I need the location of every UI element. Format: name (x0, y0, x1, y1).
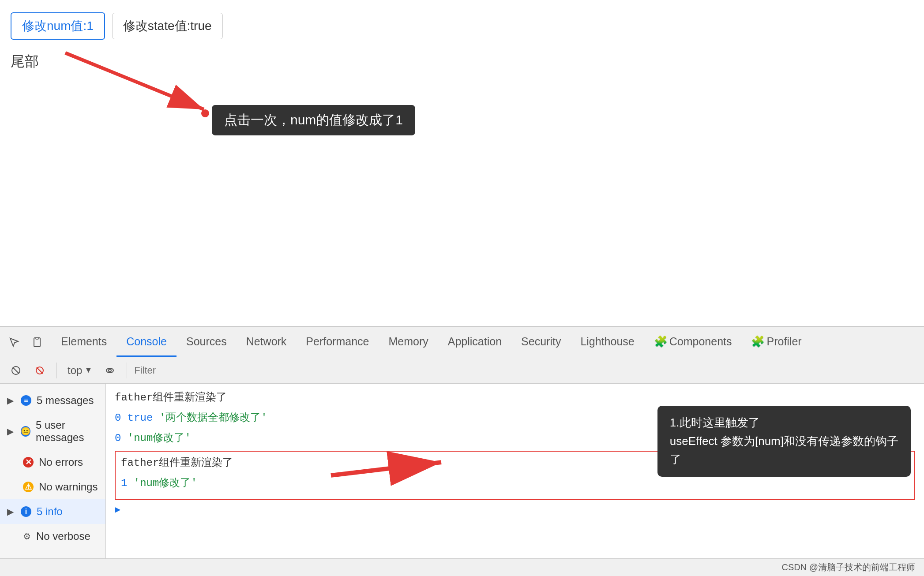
sidebar-warnings[interactable]: ⚠ No warnings (0, 475, 105, 499)
tail-text: 尾部 (0, 52, 924, 80)
tab-network[interactable]: Network (237, 327, 297, 357)
expand-info-icon: ▶ (7, 506, 14, 517)
browser-tooltip: 点击一次，num的值修改成了1 (212, 105, 415, 135)
btn-num[interactable]: 修改num值:1 (11, 12, 105, 40)
eye-icon[interactable] (100, 361, 120, 380)
sidebar-user-messages[interactable]: ▶ 😐 5 user messages (0, 413, 105, 450)
tab-console[interactable]: Console (116, 327, 177, 357)
devtools-main: ▶ ≡ 5 messages ▶ 😐 5 user messages ✕ No … (0, 384, 924, 558)
tab-security[interactable]: Security (511, 327, 571, 357)
devtools-tabs-row: Elements Console Sources Network Perform… (0, 327, 924, 357)
toolbar-divider-2 (127, 363, 127, 378)
expand-messages-icon: ▶ (7, 395, 14, 406)
credit-text: CSDN @清脑子技术的前端工程师 (781, 561, 915, 573)
verbose-icon: ⚙ (23, 531, 31, 542)
expand-user-messages-icon: ▶ (7, 426, 14, 437)
browser-content: 修改num值:1 修改state值:true 尾部 点击一次，num的值修改成了… (0, 0, 924, 326)
info-icon: i (21, 506, 31, 517)
svg-line-7 (37, 367, 43, 374)
svg-line-5 (13, 367, 19, 374)
sidebar-messages[interactable]: ▶ ≡ 5 messages (0, 388, 105, 413)
sidebar-errors[interactable]: ✕ No errors (0, 450, 105, 475)
tab-components[interactable]: 🧩Components (644, 327, 742, 357)
no-recording-icon[interactable] (30, 361, 49, 380)
tooltip-dot (201, 109, 209, 117)
svg-point-9 (109, 369, 111, 372)
filter-input[interactable] (134, 365, 222, 376)
context-selector[interactable]: top ▼ (64, 362, 96, 379)
toolbar-divider-1 (56, 363, 57, 378)
svg-rect-3 (36, 338, 38, 339)
tab-sources[interactable]: Sources (177, 327, 237, 357)
console-line-5: 1 'num修改了' (121, 475, 909, 491)
sidebar-info[interactable]: ▶ i 5 info (0, 499, 105, 524)
tab-elements[interactable]: Elements (51, 327, 116, 357)
tab-performance[interactable]: Performance (296, 327, 379, 357)
sidebar-verbose[interactable]: ⚙ No verbose (0, 524, 105, 549)
tab-profiler[interactable]: 🧩Profiler (741, 327, 811, 357)
devtools-panel: Elements Console Sources Network Perform… (0, 326, 924, 576)
tab-lighthouse[interactable]: Lighthouse (571, 327, 644, 357)
console-sidebar: ▶ ≡ 5 messages ▶ 😐 5 user messages ✕ No … (0, 384, 106, 558)
inspect-icon[interactable] (4, 333, 24, 352)
messages-icon: ≡ (21, 395, 31, 406)
devtools-toolbar: top ▼ (0, 357, 924, 384)
console-more-indicator[interactable]: ▶ (115, 504, 915, 516)
tab-application[interactable]: Application (438, 327, 511, 357)
device-icon[interactable] (27, 333, 47, 352)
button-row: 修改num值:1 修改state值:true (0, 0, 924, 52)
console-output-wrapper: father组件重新渲染了 0 true '两个数据全都修改了' 0 'num修… (106, 384, 924, 558)
right-tooltip: 1.此时这里触发了 useEffect 参数为[num]和没有传递参数的钩子 了 (657, 406, 911, 477)
btn-state[interactable]: 修改state值:true (112, 13, 223, 39)
errors-icon: ✕ (23, 457, 34, 468)
clear-console-icon[interactable] (6, 361, 26, 380)
status-bar: CSDN @清脑子技术的前端工程师 (0, 558, 924, 576)
tab-memory[interactable]: Memory (379, 327, 438, 357)
warnings-icon: ⚠ (23, 482, 34, 492)
devtools-icon-group (4, 333, 47, 352)
console-line-1: father组件重新渲染了 (115, 390, 915, 406)
user-messages-icon: 😐 (21, 426, 30, 437)
